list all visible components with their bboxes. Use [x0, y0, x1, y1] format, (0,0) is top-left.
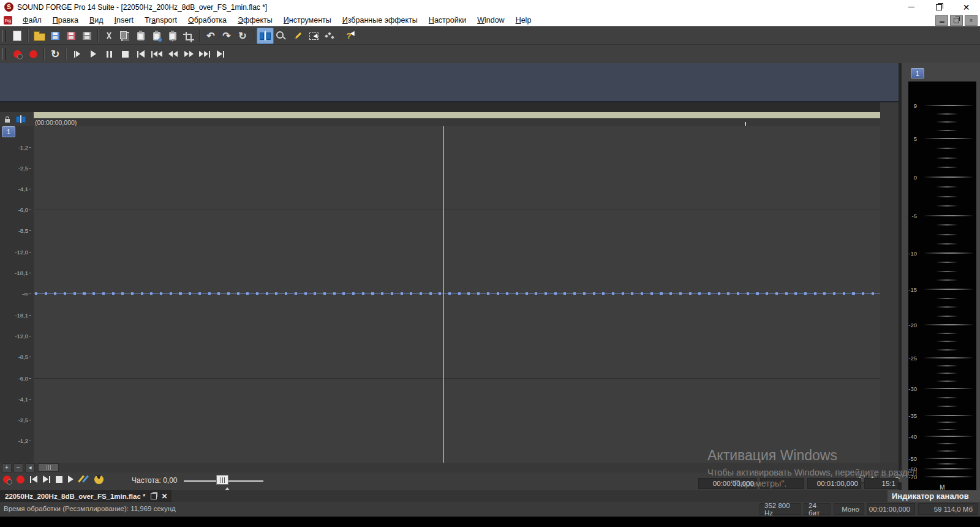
menu-эффекты[interactable]: Эффекты	[232, 14, 278, 26]
play-button[interactable]	[85, 47, 101, 62]
new-file-button[interactable]	[9, 28, 25, 44]
scrollbar-thumb[interactable]	[38, 463, 59, 472]
toolbar-separator	[66, 48, 67, 61]
channels-status[interactable]: Моно	[834, 503, 864, 515]
paste-play-button[interactable]	[165, 28, 181, 44]
pencil-tool-button[interactable]	[290, 28, 306, 44]
redo-button[interactable]: ↷	[219, 28, 235, 44]
repeat-button[interactable]: ↻	[235, 28, 251, 44]
mdi-restore-button[interactable]	[950, 15, 963, 26]
db-tick	[29, 294, 31, 294]
selection-end-field[interactable]	[760, 478, 804, 489]
menu-настройки[interactable]: Настройки	[423, 14, 472, 26]
horizontal-scroll-row: + − ◂	[0, 463, 899, 472]
db-tick	[29, 378, 31, 379]
meter-minor-tick	[937, 148, 957, 148]
zoom-out-time-button[interactable]: −	[13, 463, 23, 472]
record-button[interactable]	[25, 47, 41, 62]
save-all-button[interactable]	[79, 28, 95, 44]
minimize-button[interactable]	[897, 0, 925, 14]
menu-инструменты[interactable]: Инструменты	[278, 14, 337, 26]
mdi-close-button[interactable]: ×	[965, 15, 978, 26]
meter-minor-tick	[937, 307, 957, 308]
paste-special-button[interactable]	[149, 28, 165, 44]
playback-cursor[interactable]	[443, 126, 444, 463]
playbar-go-to-start-button[interactable]	[30, 476, 37, 483]
pause-button[interactable]	[101, 47, 117, 62]
toolbar-grip[interactable]	[2, 48, 6, 60]
mdi-minimize-icon	[940, 21, 944, 23]
edit-tool-button[interactable]	[257, 28, 274, 44]
selection-start-field[interactable]: 00:00:00,000	[698, 478, 757, 489]
menu-обработка[interactable]: Обработка	[183, 14, 232, 26]
level-meter[interactable]: 950-5-10-15-20-25-30-35-40-50-60-70М	[908, 82, 976, 490]
scroll-left-button[interactable]: ◂	[25, 463, 35, 472]
playbar-go-to-end-button[interactable]	[43, 476, 50, 483]
menu-transport[interactable]: Transport	[139, 14, 183, 26]
open-button[interactable]	[31, 28, 47, 44]
menu-help[interactable]: Help	[510, 14, 537, 26]
playbar-play-button[interactable]	[68, 476, 74, 483]
meter-minor-tick	[937, 157, 957, 158]
forward-to-marker-button[interactable]	[197, 47, 213, 62]
playbar-record-remote-button[interactable]	[3, 476, 11, 483]
edit-tool-icon	[260, 32, 271, 40]
track-number-badge[interactable]: 1	[2, 126, 15, 137]
envelope-tool-button[interactable]	[322, 28, 337, 44]
tab-restore-icon[interactable]	[151, 493, 157, 499]
menu-insert[interactable]: Insert	[109, 14, 139, 26]
menu-правка[interactable]: Правка	[47, 14, 84, 26]
scrub-pencil-button[interactable]	[79, 474, 89, 484]
paste-button[interactable]	[133, 28, 149, 44]
playbar-record-button[interactable]	[17, 476, 24, 483]
go-to-end-button[interactable]	[213, 47, 228, 62]
save-as-button[interactable]	[63, 28, 79, 44]
meter-minor-tick	[937, 298, 957, 298]
menu-файл[interactable]: Файл	[17, 14, 47, 26]
play-all-button[interactable]	[69, 47, 85, 62]
mdi-minimize-button[interactable]	[935, 15, 948, 26]
cut-button[interactable]	[101, 28, 117, 44]
level-ruler[interactable]: -1,2-2,5-4,1-6,0-8,5-12,0-18,1-∞-18,1-12…	[0, 126, 34, 463]
zoom-in-time-button[interactable]: +	[2, 463, 12, 472]
record-remote-button[interactable]	[9, 47, 25, 62]
lock-icon[interactable]	[5, 119, 10, 123]
whats-this-help-button[interactable]: ?	[344, 28, 360, 44]
selection-length-field[interactable]: 00:01:00,000	[807, 478, 861, 489]
rewind-to-marker-button[interactable]	[149, 47, 165, 62]
copy-button[interactable]	[117, 28, 133, 44]
go-to-start-button[interactable]	[133, 47, 149, 62]
meter-major-tick	[924, 469, 973, 469]
magnify-tool-button[interactable]	[274, 28, 290, 44]
edit-cursor-icon[interactable]	[16, 116, 25, 123]
stop-button[interactable]	[117, 47, 133, 62]
waveform-view[interactable]	[34, 126, 880, 463]
toolbar-grip[interactable]	[2, 30, 6, 42]
playbar-stop-button[interactable]	[56, 476, 62, 483]
menu-избранные-эффекты[interactable]: Избранные эффекты	[337, 14, 423, 26]
tab-close-icon[interactable]: ✕	[162, 492, 168, 501]
document-tab[interactable]: 22050Hz_200Hz_8dB_over_FS_1min.flac * ✕	[0, 490, 172, 502]
speed-slider-thumb[interactable]	[216, 475, 228, 485]
meter-minor-tick	[937, 333, 957, 333]
forward-button[interactable]	[181, 47, 197, 62]
meter-channel-badge[interactable]: 1	[911, 68, 924, 78]
repeat-icon: ↻	[238, 31, 246, 41]
zoom-ratio-field[interactable]: 15:1	[864, 478, 899, 489]
restore-button[interactable]	[925, 0, 952, 14]
loop-playback-button[interactable]: ↻	[47, 47, 63, 62]
close-button[interactable]: ✕	[952, 0, 980, 14]
save-button[interactable]	[47, 28, 63, 44]
sample-rate-status[interactable]: 352 800 Hz	[760, 503, 801, 515]
selection-tool-button[interactable]	[306, 28, 322, 44]
bit-depth-status[interactable]: 24 бит	[804, 503, 831, 515]
transport-toolbar: ↻	[0, 44, 980, 64]
menu-вид[interactable]: Вид	[84, 14, 109, 26]
menu-window[interactable]: Window	[472, 14, 510, 26]
rewind-button[interactable]	[165, 47, 181, 62]
undo-button[interactable]: ↶	[203, 28, 219, 44]
time-ruler[interactable]: (00:00:00,000)	[34, 118, 880, 127]
trim-crop-button[interactable]	[181, 28, 197, 44]
locate-audio-icon[interactable]	[94, 475, 104, 484]
length-status[interactable]: 00:01:00,000	[867, 503, 915, 515]
